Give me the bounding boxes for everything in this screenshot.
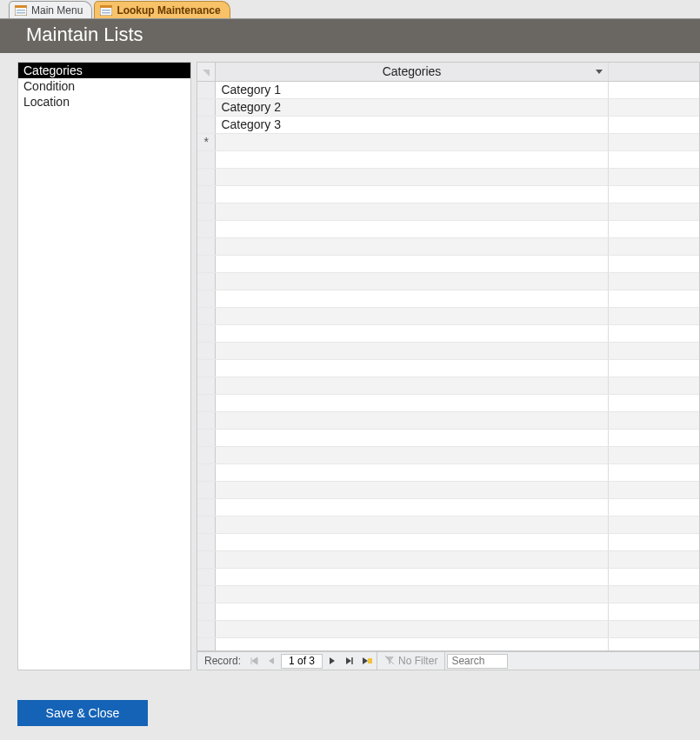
table-row[interactable]: Category 2 [197, 98, 699, 116]
sidebar-item-condition[interactable]: Condition [18, 78, 190, 94]
form-icon [15, 5, 27, 16]
lookup-list: Categories Condition Location [17, 62, 191, 670]
cell[interactable] [216, 133, 608, 150]
sidebar-item-location[interactable]: Location [18, 94, 190, 110]
svg-rect-1 [15, 5, 27, 8]
datasheet-panel: Categories Category 1 [197, 62, 700, 670]
cell[interactable]: Category 3 [216, 116, 608, 133]
record-navigator: Record: No Filter [197, 651, 700, 670]
sidebar-item-categories[interactable]: Categories [18, 63, 190, 78]
sidebar-item-label: Condition [23, 79, 75, 93]
cell-blank [608, 133, 699, 150]
column-header-blank [608, 63, 699, 81]
svg-rect-3 [17, 12, 25, 14]
filter-label: No Filter [398, 655, 437, 667]
row-selector[interactable] [197, 116, 216, 133]
svg-rect-2 [17, 10, 25, 11]
record-label: Record: [201, 655, 244, 667]
page-title: Maintain Lists [26, 23, 143, 45]
table-row[interactable]: Category 1 [197, 81, 699, 98]
new-record-icon[interactable]: * [197, 133, 216, 150]
form-icon [100, 5, 112, 16]
search-input[interactable] [447, 654, 508, 669]
tab-strip: Main Menu Lookup Maintenance [0, 0, 700, 19]
column-header-label: Categories [383, 64, 442, 78]
page-header: Maintain Lists [0, 19, 700, 53]
tab-label: Lookup Maintenance [117, 4, 220, 17]
cell[interactable]: Category 2 [216, 98, 608, 116]
dropdown-icon[interactable] [596, 68, 603, 75]
sidebar-item-label: Location [23, 95, 70, 109]
save-close-button[interactable]: Save & Close [17, 700, 148, 726]
nav-first-icon[interactable] [246, 653, 262, 669]
tab-main-menu[interactable]: Main Menu [9, 1, 92, 18]
cell-blank [608, 81, 699, 98]
nav-next-icon[interactable] [324, 653, 340, 669]
cell-blank [608, 98, 699, 116]
workspace: Categories Condition Location [0, 53, 700, 679]
funnel-icon [384, 655, 395, 668]
datasheet: Categories Category 1 [197, 62, 700, 651]
row-selector[interactable] [197, 81, 216, 98]
svg-rect-8 [368, 658, 372, 663]
sidebar-item-label: Categories [23, 63, 83, 77]
new-record-row[interactable]: * [197, 133, 699, 150]
cell-blank [608, 116, 699, 133]
select-all-corner[interactable] [197, 63, 216, 81]
tab-label: Main Menu [31, 4, 83, 17]
cell[interactable]: Category 1 [216, 81, 608, 98]
tab-lookup-maintenance[interactable]: Lookup Maintenance [94, 1, 230, 18]
table-row[interactable]: Category 3 [197, 116, 699, 133]
nav-last-icon[interactable] [342, 653, 357, 669]
filter-toggle[interactable]: No Filter [377, 652, 445, 670]
svg-rect-5 [100, 5, 112, 8]
nav-prev-icon[interactable] [263, 653, 279, 669]
record-position-input[interactable] [281, 654, 323, 669]
nav-new-icon[interactable] [359, 653, 375, 669]
column-header-categories[interactable]: Categories [216, 63, 608, 81]
row-selector[interactable] [197, 98, 216, 116]
svg-rect-6 [102, 10, 110, 11]
svg-rect-7 [102, 12, 110, 14]
